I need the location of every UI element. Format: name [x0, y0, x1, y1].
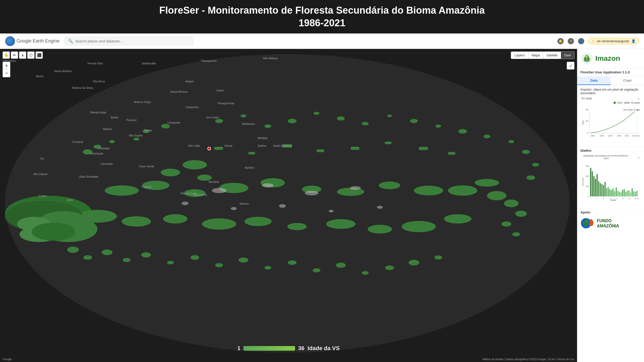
- svg-point-45: [202, 218, 236, 230]
- svg-point-16: [133, 137, 139, 141]
- map-type-satelite[interactable]: Satélite: [543, 51, 561, 59]
- map-type-mapa[interactable]: Mapa: [529, 51, 544, 59]
- svg-rect-141: [619, 192, 620, 196]
- rectangle-tool[interactable]: ⬛: [36, 51, 43, 59]
- earth-icon: [5, 36, 15, 46]
- sv-year-label: 2021: [617, 101, 622, 104]
- svg-text:1990: 1990: [591, 135, 595, 137]
- svg-text:25: 25: [629, 197, 630, 199]
- zoom-in-button[interactable]: +: [3, 62, 10, 70]
- place-label: Tré: [40, 157, 44, 160]
- notifications-icon[interactable]: 🔔: [557, 38, 564, 44]
- sv-chart-container: SV Idade ⤢ 2021 Idade: 32 years 40 20: [580, 97, 641, 144]
- svg-point-5: [448, 185, 477, 196]
- place-label: São João: [188, 144, 200, 147]
- svg-point-20: [288, 119, 296, 123]
- svg-text:13: 13: [609, 197, 611, 199]
- idades-section: Idades: Vegetação Secundária em PARAGOMI…: [577, 146, 644, 208]
- svg-point-51: [444, 214, 471, 223]
- draw-tool[interactable]: ✏: [11, 51, 18, 59]
- svg-rect-80: [317, 149, 324, 152]
- line-tool[interactable]: ∧: [19, 51, 26, 59]
- place-label: Libersado: [100, 162, 113, 165]
- tab-chart[interactable]: Chart: [611, 76, 644, 85]
- svg-point-28: [484, 135, 490, 138]
- account-icon[interactable]: 👤: [578, 38, 584, 44]
- svg-point-57: [167, 261, 174, 264]
- user-badge[interactable]: ⚠ ee-oliveiraluisaugusto 👤: [588, 38, 639, 44]
- svg-point-38: [302, 186, 321, 193]
- inspector-label: Inspetor: clique em um pixel de vegetaçã…: [580, 88, 641, 95]
- map-area[interactable]: Fernão Dias Santo Antônio Sertãozália Pi…: [0, 49, 577, 362]
- svg-text:200: 200: [586, 175, 589, 177]
- sv-chart-dot: [614, 102, 616, 104]
- svg-rect-146: [627, 191, 628, 196]
- svg-point-69: [504, 200, 519, 207]
- svg-text:1995: 1995: [599, 135, 604, 137]
- legend-min-value: 1: [237, 345, 240, 352]
- svg-point-72: [512, 232, 520, 236]
- apoio-label: Apoio:: [580, 210, 641, 214]
- place-label: Rio Cápam: [33, 173, 48, 176]
- place-label: Cotixo: [39, 194, 47, 197]
- svg-rect-131: [603, 185, 604, 196]
- svg-point-3: [39, 216, 97, 242]
- svg-text:0: 0: [588, 195, 589, 198]
- svg-text:100: 100: [586, 185, 589, 187]
- svg-point-47: [287, 223, 307, 230]
- map-type-dark[interactable]: Dark: [561, 51, 574, 59]
- svg-text:Área (ha²): Área (ha²): [582, 178, 584, 186]
- place-label: Miritibal: [258, 136, 267, 140]
- place-label: Mineiro: [240, 202, 249, 205]
- tab-data[interactable]: Data: [577, 76, 611, 85]
- place-label: Pagmia: [142, 185, 151, 188]
- help-icon[interactable]: ?: [568, 38, 574, 44]
- svg-text:2005: 2005: [617, 135, 621, 137]
- fullscreen-button[interactable]: ⤢: [567, 62, 574, 70]
- title-bar: FloreSer - Monitoramento de Floresta Sec…: [0, 0, 644, 33]
- svg-rect-152: [637, 191, 638, 196]
- svg-point-63: [313, 268, 320, 272]
- search-bar[interactable]: 🔍: [65, 37, 193, 45]
- svg-rect-83: [419, 147, 428, 150]
- svg-point-59: [215, 263, 223, 267]
- svg-point-50: [402, 221, 436, 232]
- bar-chart-title: Vegetação Secundária em PARAGOMINAS - 20…: [581, 154, 631, 160]
- svg-point-18: [241, 114, 247, 117]
- zoom-controls: + −: [3, 62, 10, 77]
- svg-point-68: [434, 255, 442, 260]
- svg-point-67: [409, 260, 419, 265]
- svg-point-76: [32, 223, 75, 241]
- svg-rect-126: [595, 179, 596, 196]
- place-label: Faixe Verde: [139, 165, 154, 168]
- svg-point-56: [141, 252, 151, 257]
- svg-rect-123: [590, 168, 591, 196]
- sv-chart-expand-icon[interactable]: ⤢: [638, 97, 640, 101]
- bar-chart-container: Vegetação Secundária em PARAGOMINAS - 20…: [580, 154, 641, 206]
- place-label: Libão Rondalde: [79, 175, 98, 178]
- place-label: Libardato: [98, 147, 110, 150]
- search-input[interactable]: [75, 39, 190, 43]
- place-label: Piracaul: [126, 118, 137, 122]
- svg-rect-129: [600, 183, 601, 196]
- svg-text:0: 0: [587, 132, 588, 134]
- hand-tool[interactable]: ✋: [3, 51, 10, 59]
- layers-button[interactable]: Layers: [511, 51, 529, 59]
- place-label: Ulianopolis: [193, 193, 207, 196]
- zoom-out-button[interactable]: −: [3, 70, 10, 77]
- svg-text:2015: 2015: [632, 135, 636, 137]
- svg-point-40: [379, 182, 400, 189]
- svg-text:33: 33: [637, 197, 639, 199]
- svg-text:29: 29: [634, 197, 636, 199]
- bar-chart-expand-icon[interactable]: ⤢: [638, 156, 640, 159]
- polygon-tool[interactable]: ⬡: [27, 51, 35, 59]
- svg-rect-81: [351, 147, 359, 150]
- svg-rect-124: [592, 171, 593, 196]
- imazon-logo-area: Imazon: [577, 49, 644, 68]
- svg-point-73: [5, 201, 83, 232]
- svg-point-48: [326, 219, 355, 229]
- place-label: Libertação: [90, 152, 103, 155]
- svg-text:17: 17: [616, 197, 617, 199]
- svg-rect-135: [609, 189, 610, 196]
- svg-point-64: [336, 263, 346, 268]
